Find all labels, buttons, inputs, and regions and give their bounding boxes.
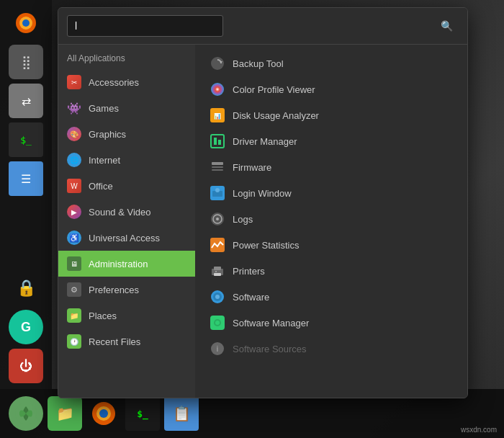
cat-all-apps[interactable]: All Applications xyxy=(58,50,195,69)
terminal-bottom-icon[interactable]: $_ xyxy=(125,396,160,431)
printers-icon xyxy=(210,263,225,279)
svg-text:📊: 📊 xyxy=(214,112,221,120)
app-software-manager[interactable]: Software Manager xyxy=(204,310,459,336)
terminal-taskbar-icon[interactable]: $_ xyxy=(9,122,43,157)
cat-games-label: Games xyxy=(89,103,119,114)
nemo-bottom-icon[interactable]: 📋 xyxy=(164,396,199,431)
svg-rect-23 xyxy=(214,267,221,270)
logs-icon xyxy=(210,211,225,227)
svg-rect-24 xyxy=(214,273,221,276)
svg-point-37 xyxy=(99,409,108,418)
cat-internet-label: Internet xyxy=(89,155,120,166)
lock-taskbar-icon[interactable]: 🔒 xyxy=(9,271,43,305)
app-logs[interactable]: Logs xyxy=(204,206,459,232)
printers-label: Printers xyxy=(233,266,265,277)
categories-panel: All Applications ✂ Accessories 👾 Games 🎨… xyxy=(58,45,195,398)
settings-toggle-icon[interactable]: ⇄ xyxy=(9,84,43,118)
app-software[interactable]: Software xyxy=(204,284,459,310)
apps-list-panel: Backup Tool xyxy=(195,45,467,398)
firmware-icon xyxy=(210,159,225,175)
all-apps-label: All Applications xyxy=(67,53,125,63)
menu-body: All Applications ✂ Accessories 👾 Games 🎨… xyxy=(58,45,467,398)
app-firmware[interactable]: Firmware xyxy=(204,154,459,180)
svg-point-31 xyxy=(215,321,220,325)
files-bottom-icon[interactable]: 📁 xyxy=(48,396,82,431)
cat-sound-video-label: Sound & Video xyxy=(89,207,151,218)
universal-access-icon: ♿ xyxy=(67,231,81,245)
cat-recent-files[interactable]: 🕐 Recent Files xyxy=(58,328,195,354)
svg-point-20 xyxy=(216,218,219,220)
cat-preferences-label: Preferences xyxy=(89,285,139,295)
svg-rect-11 xyxy=(218,140,221,145)
svg-text:i: i xyxy=(217,345,219,353)
color-profile-viewer-icon xyxy=(210,81,225,97)
app-software-sources: i Software Sources xyxy=(204,336,459,362)
app-driver-manager[interactable]: Driver Manager xyxy=(204,128,459,154)
bottom-right-label: wsxdn.com xyxy=(461,426,497,434)
firefox-taskbar-icon[interactable] xyxy=(9,6,43,40)
sound-video-icon: ▶ xyxy=(67,205,81,219)
app-login-window[interactable]: Login Window xyxy=(204,180,459,206)
cat-places-label: Places xyxy=(89,310,117,321)
svg-rect-13 xyxy=(212,166,223,168)
cat-administration[interactable]: 🖥 Administration xyxy=(58,251,195,277)
cat-internet[interactable]: 🌐 Internet xyxy=(58,147,195,173)
internet-icon: 🌐 xyxy=(67,153,81,167)
backup-tool-label: Backup Tool xyxy=(233,58,284,69)
search-wrap: 🔍 xyxy=(67,15,459,37)
administration-icon: 🖥 xyxy=(67,256,81,271)
power-statistics-icon xyxy=(210,237,225,253)
svg-rect-10 xyxy=(214,138,217,145)
app-color-profile-viewer[interactable]: Color Profile Viewer xyxy=(204,76,459,102)
cat-graphics[interactable]: 🎨 Graphics xyxy=(58,121,195,147)
taskbar-left: ⣿ ⇄ $_ ☰ 🔒 G ⏻ xyxy=(0,0,52,389)
notes-taskbar-icon[interactable]: ☰ xyxy=(9,161,43,196)
mint-menu-icon[interactable] xyxy=(9,396,43,431)
graphics-icon: 🎨 xyxy=(67,127,81,141)
grammarly-taskbar-icon[interactable]: G xyxy=(9,310,43,344)
power-taskbar-icon[interactable]: ⏻ xyxy=(9,349,43,383)
svg-rect-14 xyxy=(212,169,223,171)
disk-usage-analyzer-label: Disk Usage Analyzer xyxy=(233,110,319,121)
software-icon xyxy=(210,289,225,305)
software-manager-icon xyxy=(210,315,225,331)
svg-point-28 xyxy=(215,295,220,299)
cat-office[interactable]: W Office xyxy=(58,173,195,199)
svg-rect-12 xyxy=(212,162,223,165)
software-sources-icon: i xyxy=(210,341,225,357)
cat-accessories[interactable]: ✂ Accessories xyxy=(58,69,195,95)
color-profile-viewer-label: Color Profile Viewer xyxy=(233,84,315,95)
cat-games[interactable]: 👾 Games xyxy=(58,95,195,121)
cat-recent-files-label: Recent Files xyxy=(89,336,140,347)
app-menu: 🔍 All Applications ✂ Accessories 👾 Games… xyxy=(58,7,468,398)
search-icon: 🔍 xyxy=(441,20,453,32)
driver-manager-label: Driver Manager xyxy=(233,136,297,147)
games-icon: 👾 xyxy=(67,101,81,115)
svg-point-17 xyxy=(215,188,220,192)
cat-administration-label: Administration xyxy=(89,259,148,269)
cat-graphics-label: Graphics xyxy=(89,129,126,140)
disk-usage-analyzer-icon: 📊 xyxy=(210,107,225,123)
search-input[interactable] xyxy=(67,15,223,37)
app-disk-usage-analyzer[interactable]: 📊 Disk Usage Analyzer xyxy=(204,102,459,128)
places-icon: 📁 xyxy=(67,308,81,323)
cat-places[interactable]: 📁 Places xyxy=(58,303,195,328)
firmware-label: Firmware xyxy=(233,162,271,173)
cat-sound-video[interactable]: ▶ Sound & Video xyxy=(58,199,195,225)
login-window-icon xyxy=(210,185,225,201)
accessories-icon: ✂ xyxy=(67,75,81,89)
cat-universal-access-label: Universal Access xyxy=(89,233,160,243)
cat-universal-access[interactable]: ♿ Universal Access xyxy=(58,225,195,251)
cat-office-label: Office xyxy=(89,181,113,192)
driver-manager-icon xyxy=(210,133,225,149)
software-sources-label: Software Sources xyxy=(233,344,307,354)
app-backup-tool[interactable]: Backup Tool xyxy=(204,50,459,76)
cat-preferences[interactable]: ⚙ Preferences xyxy=(58,277,195,303)
app-grid-icon[interactable]: ⣿ xyxy=(9,45,43,79)
app-printers[interactable]: Printers xyxy=(204,258,459,284)
firefox-bottom-icon[interactable] xyxy=(86,396,121,431)
cat-accessories-label: Accessories xyxy=(89,77,139,88)
recent-files-icon: 🕐 xyxy=(67,334,81,349)
app-power-statistics[interactable]: Power Statistics xyxy=(204,232,459,258)
power-statistics-label: Power Statistics xyxy=(233,240,299,251)
